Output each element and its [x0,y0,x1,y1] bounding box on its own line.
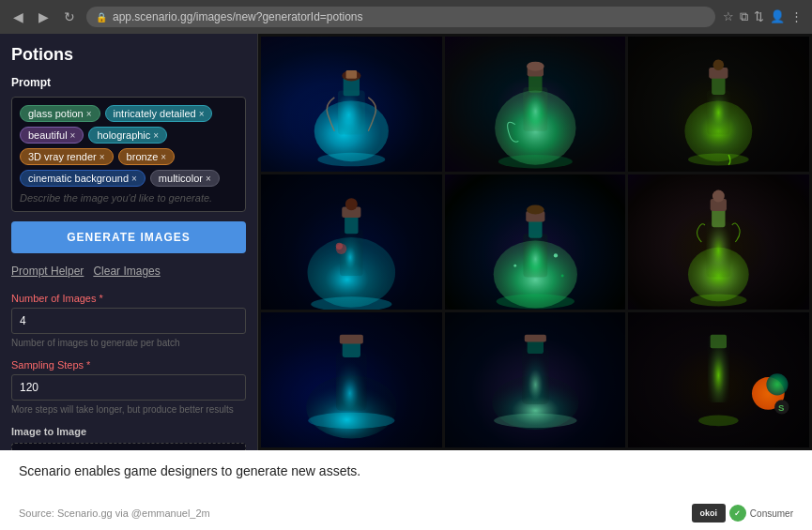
svg-point-37 [553,253,557,257]
svg-rect-32 [529,220,542,238]
grid-cell-8[interactable] [445,312,626,447]
svg-point-11 [527,62,544,71]
svg-rect-50 [340,335,363,344]
svg-point-19 [685,100,753,161]
tag-multicolor-close[interactable]: × [206,174,211,184]
svg-rect-9 [529,74,542,93]
browser-chrome: ◀ ▶ ↻ 🔒 app.scenario.gg/images/new?gener… [0,0,812,34]
svg-rect-55 [524,335,545,342]
tag-holographic-close[interactable]: × [153,130,159,141]
svg-point-60 [767,373,789,395]
num-images-required: * [100,293,103,304]
grid-cell-9[interactable]: S [628,312,809,447]
image-grid: S [258,34,812,450]
num-images-hint: Number of images to generate per batch [11,338,246,348]
logo-box: okoi [692,504,726,522]
svg-point-36 [496,294,575,309]
tag-intricately-detailed[interactable]: intricately detailed × [105,105,213,122]
sidebar-title: Potions [11,45,246,65]
tags-row-1: glass potion × intricately detailed × [20,105,237,122]
back-button[interactable]: ◀ [9,8,27,26]
tag-cinematic-close[interactable]: × [131,174,137,184]
tag-bronze-text: bronze [127,151,159,162]
num-images-input[interactable] [11,308,246,334]
menu-icon[interactable]: ⋮ [790,9,803,24]
grid-cell-3[interactable] [628,37,809,172]
svg-point-38 [513,265,516,267]
image-upload-area[interactable] [11,443,246,450]
url-bar[interactable]: 🔒 app.scenario.gg/images/new?generatorId… [86,7,715,27]
grid-cell-1[interactable] [261,37,442,172]
sampling-steps-hint: More steps will take longer, but produce… [11,404,246,415]
forward-button[interactable]: ▶ [35,8,53,26]
prompt-placeholder: Describe the image you'd like to generat… [20,192,237,204]
tags-container: glass potion × intricately detailed × be… [11,97,246,212]
tag-multicolor-text: multicolor [159,173,203,184]
browser-action-icons: ☆ ⧉ ⇅ 👤 ⋮ [723,9,803,24]
svg-point-46 [690,294,746,306]
tag-3d-vray-close[interactable]: × [100,152,105,162]
generate-images-button[interactable]: GENERATE IMAGES [11,221,246,253]
source-text: Source: Scenario.gg via @emmanuel_2m [19,507,210,519]
tag-cinematic[interactable]: cinematic background × [20,170,146,187]
svg-point-12 [495,91,575,165]
tag-multicolor[interactable]: multicolor × [150,170,220,187]
bottom-bar: Scenario enables game designers to gener… [0,450,812,530]
clear-images-button[interactable]: Clear Images [93,263,160,280]
tag-holographic[interactable]: holographic × [88,127,167,144]
helper-row: Prompt Helper Clear Images [11,263,246,280]
svg-point-39 [560,275,563,278]
svg-rect-53 [522,348,549,404]
caption-text: Scenario enables game designers to gener… [19,463,793,478]
refresh-button[interactable]: ↻ [60,8,79,26]
svg-rect-16 [712,76,725,95]
sampling-steps-required: * [86,359,90,371]
svg-text:S: S [778,402,785,413]
extensions-icon[interactable]: ⧉ [740,9,748,24]
tag-bronze[interactable]: bronze × [118,148,175,165]
svg-point-13 [498,155,572,168]
profile-icon[interactable]: 👤 [770,9,785,24]
grid-cell-7[interactable] [261,312,442,447]
image-to-image-label: Image to Image [11,426,246,437]
logo-area: okoi ✓ Consumer [692,504,793,522]
svg-point-20 [688,154,749,166]
svg-point-63 [698,416,738,427]
svg-point-34 [527,204,544,214]
svg-point-18 [713,59,725,70]
svg-point-44 [712,190,725,203]
svg-point-45 [688,248,749,302]
tag-glass-potion-close[interactable]: × [86,109,92,119]
grid-cell-6[interactable] [628,174,809,310]
prompt-helper-button[interactable]: Prompt Helper [11,263,84,280]
logo-label: Consumer [750,508,793,519]
tag-bronze-close[interactable]: × [161,152,166,162]
tag-beautiful-close[interactable]: × [70,130,76,141]
grid-cell-5[interactable] [445,174,626,310]
lock-icon: 🔒 [96,12,107,23]
prompt-label: Prompt [11,76,246,89]
sync-icon[interactable]: ⇅ [754,9,764,24]
grid-cell-2[interactable] [445,37,626,172]
sampling-steps-label: Sampling Steps * [11,359,246,371]
svg-point-5 [314,100,389,161]
tag-3d-vray[interactable]: 3D vray render × [20,148,114,165]
tag-intricately-close[interactable]: × [199,109,205,119]
source-row: Source: Scenario.gg via @emmanuel_2m oko… [19,504,793,522]
tags-row-3: 3D vray render × bronze × [20,148,237,165]
svg-rect-58 [711,335,727,348]
num-images-label: Number of Images * [11,293,246,304]
tag-glass-potion[interactable]: glass potion × [20,105,100,122]
tags-row-2: beautiful × holographic × [20,127,237,144]
sampling-steps-input[interactable] [11,374,246,401]
svg-point-25 [345,198,358,210]
tag-beautiful[interactable]: beautiful × [20,127,84,144]
star-icon[interactable]: ☆ [723,9,734,24]
svg-point-6 [317,153,385,166]
tag-beautiful-text: beautiful [28,129,68,141]
tag-intricately-text: intricately detailed [114,108,196,119]
tags-row-4: cinematic background × multicolor × [20,170,237,187]
logo-text: okoi [700,508,718,518]
url-text: app.scenario.gg/images/new?generatorId=p… [113,10,363,23]
grid-cell-4[interactable] [261,174,442,310]
